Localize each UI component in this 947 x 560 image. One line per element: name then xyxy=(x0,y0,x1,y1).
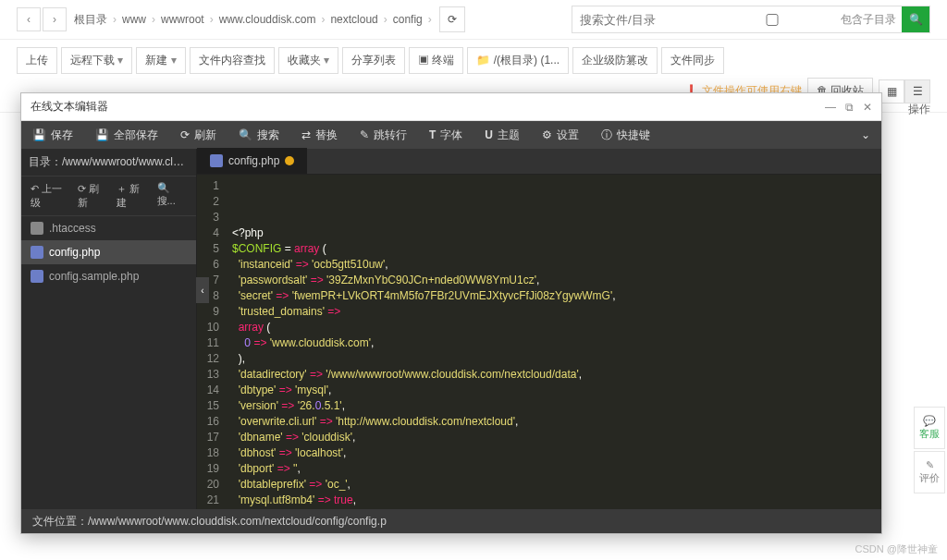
breadcrumb-item[interactable]: 根目录 xyxy=(74,12,107,28)
menu-theme[interactable]: U 主题 xyxy=(474,121,531,149)
unsaved-indicator-icon xyxy=(285,156,294,165)
menu-settings[interactable]: ⚙ 设置 xyxy=(531,121,590,149)
nav-back-button[interactable]: ‹ xyxy=(17,7,41,31)
code-line[interactable]: $CONFIG = array ( xyxy=(232,241,881,257)
nav-forward-button[interactable]: › xyxy=(43,7,67,31)
php-file-icon xyxy=(31,270,43,283)
operations-column-header: 操作 xyxy=(908,102,930,117)
editor-statusbar: 文件位置：/www/wwwroot/www.clouddisk.com/next… xyxy=(21,509,881,533)
menu-refresh[interactable]: ⟳ 刷新 xyxy=(169,121,228,149)
close-icon[interactable]: ✕ xyxy=(863,101,872,114)
code-line[interactable]: 'datadirectory' => '/www/wwwroot/www.clo… xyxy=(232,367,881,383)
code-line[interactable]: ), xyxy=(232,351,881,367)
menu-save[interactable]: 💾 保存 xyxy=(21,121,84,149)
menu-goto[interactable]: ✎ 跳转行 xyxy=(349,121,418,149)
code-line[interactable]: 'secret' => 'fwemPR+LVkORT4mM5fo7FBr2UVm… xyxy=(232,288,881,304)
text-editor-modal: 在线文本编辑器 — ⧉ ✕ 💾 保存 💾 全部保存 ⟳ 刷新 🔍 搜索 ⇄ 替换… xyxy=(20,92,882,534)
grid-view-button[interactable]: ▦ xyxy=(879,79,904,103)
php-file-icon xyxy=(210,154,223,167)
code-line[interactable]: <?php xyxy=(232,225,881,241)
code-line[interactable]: 'trusted_domains' => xyxy=(232,304,881,320)
filesync-button[interactable]: 文件同步 xyxy=(661,47,724,74)
search-input[interactable] xyxy=(572,8,702,31)
new-button[interactable]: 新建 xyxy=(136,47,185,74)
code-line[interactable]: 'dbtableprefix' => 'oc_', xyxy=(232,477,881,493)
breadcrumb-item[interactable]: www.clouddisk.com xyxy=(219,13,316,26)
remote-download-button[interactable]: 远程下载 xyxy=(61,47,132,74)
maximize-icon[interactable]: ⧉ xyxy=(845,101,854,114)
code-line[interactable]: array ( xyxy=(232,320,881,335)
editor-title: 在线文本编辑器 xyxy=(31,99,108,115)
breadcrumb-item[interactable]: config xyxy=(393,13,423,26)
code-line[interactable]: 'dbport' => '', xyxy=(232,461,881,477)
dock-customer-service[interactable]: 💬客服 xyxy=(914,407,945,449)
favorites-button[interactable]: 收藏夹 xyxy=(278,47,338,74)
anti-tamper-button[interactable]: 企业级防篡改 xyxy=(572,47,658,74)
sidebar-refresh-button[interactable]: ⟳ 刷新 xyxy=(74,180,109,212)
watermark: CSDN @降世神童 xyxy=(855,542,938,556)
minimize-icon[interactable]: — xyxy=(825,101,836,114)
rootdir-button[interactable]: 📁 /(根目录) (1... xyxy=(467,47,569,74)
breadcrumb-item[interactable]: wwwroot xyxy=(161,13,204,26)
code-line[interactable]: 'dbuser' => 'clouddisk', xyxy=(232,508,881,509)
menu-font[interactable]: T 字体 xyxy=(418,121,474,149)
code-line[interactable]: 'dbname' => 'clouddisk', xyxy=(232,430,881,445)
find-content-button[interactable]: 文件内容查找 xyxy=(190,47,275,74)
prev-pane-toggle[interactable]: ‹ xyxy=(196,277,209,303)
sidebar-search-button[interactable]: 🔍 搜... xyxy=(154,180,191,212)
sidebar-new-button[interactable]: ＋ 新建 xyxy=(113,180,149,212)
code-line[interactable]: 'dbtype' => 'mysql', xyxy=(232,383,881,398)
include-subdir-checkbox[interactable]: 包含子目录 xyxy=(707,12,896,28)
text-file-icon xyxy=(31,222,43,235)
code-line[interactable]: 'passwordsalt' => '39ZzMxnYbC90JCn+nded0… xyxy=(232,273,881,288)
code-line[interactable]: 0 => 'www.clouddisk.com', xyxy=(232,335,881,351)
menu-collapse-icon[interactable]: ⌄ xyxy=(850,128,881,141)
sidebar-dir-label: 目录：/www/wwwroot/www.clouddisk... xyxy=(21,149,196,177)
file-list-item[interactable]: config.sample.php xyxy=(21,264,196,288)
breadcrumb-refresh-button[interactable]: ⟳ xyxy=(439,6,465,32)
sidebar-up-button[interactable]: ↶ 上一级 xyxy=(27,180,70,212)
terminal-button[interactable]: ▣ 终端 xyxy=(409,47,463,74)
code-line[interactable]: 'version' => '26.0.5.1', xyxy=(232,398,881,414)
code-line[interactable]: 'dbhost' => 'localhost', xyxy=(232,445,881,461)
breadcrumb-item[interactable]: www xyxy=(122,13,146,26)
upload-button[interactable]: 上传 xyxy=(17,47,57,74)
code-line[interactable]: 'mysql.utf8mb4' => true, xyxy=(232,493,881,508)
dock-rate[interactable]: ✎评价 xyxy=(914,451,945,493)
code-line[interactable]: 'instanceid' => 'ocb5gtt510uw', xyxy=(232,257,881,273)
php-file-icon xyxy=(31,246,43,259)
file-list-item[interactable]: config.php xyxy=(21,240,196,264)
code-line[interactable]: 'overwrite.cli.url' => 'http://www.cloud… xyxy=(232,414,881,430)
menu-replace[interactable]: ⇄ 替换 xyxy=(290,121,349,149)
file-tab[interactable]: config.php xyxy=(197,148,307,174)
file-list-item[interactable]: .htaccess xyxy=(21,216,196,240)
breadcrumb: 根目录› www› wwwroot› www.clouddisk.com› ne… xyxy=(74,12,432,28)
menu-shortcut[interactable]: ⓘ 快捷键 xyxy=(590,121,661,149)
menu-save-all[interactable]: 💾 全部保存 xyxy=(84,121,169,149)
menu-search[interactable]: 🔍 搜索 xyxy=(228,121,290,149)
list-view-button[interactable]: ☰ xyxy=(904,79,930,103)
breadcrumb-item[interactable]: nextcloud xyxy=(330,13,377,26)
share-list-button[interactable]: 分享列表 xyxy=(342,47,405,74)
search-button[interactable]: 🔍 xyxy=(902,6,929,32)
